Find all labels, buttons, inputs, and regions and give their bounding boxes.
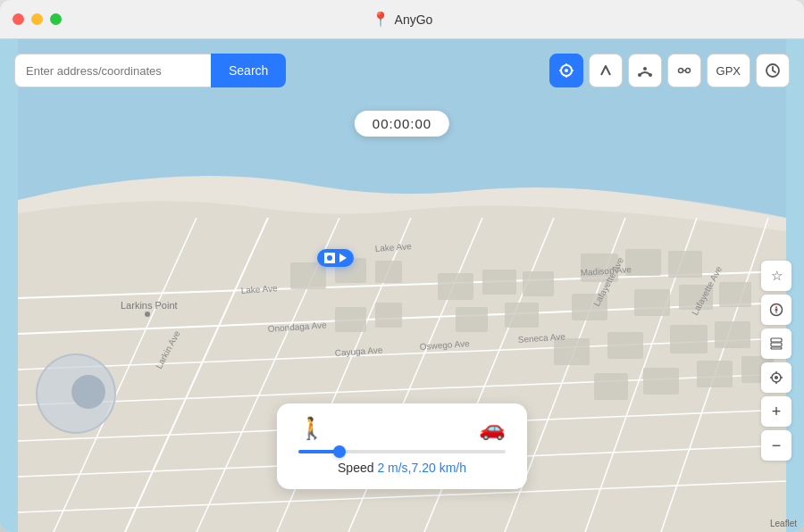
- svg-rect-21: [523, 271, 554, 296]
- app-window: 📍 AnyGo: [0, 0, 804, 532]
- svg-rect-70: [771, 347, 782, 349]
- app-title: AnyGo: [395, 12, 433, 27]
- speed-text: Speed 2 m/s,7.20 km/h: [298, 461, 506, 475]
- close-button[interactable]: [13, 13, 24, 25]
- car-icon: 🚗: [479, 416, 506, 441]
- svg-rect-30: [456, 307, 488, 332]
- titlebar: 📍 AnyGo: [0, 0, 804, 39]
- svg-rect-24: [668, 251, 702, 278]
- svg-rect-35: [607, 332, 643, 359]
- multi-spot-tool-button[interactable]: [667, 54, 701, 87]
- locate-me-button[interactable]: [761, 362, 791, 393]
- gpx-button[interactable]: GPX: [707, 54, 750, 87]
- timer-value: 00:00:00: [373, 116, 431, 131]
- svg-rect-31: [335, 307, 366, 332]
- svg-rect-18: [375, 261, 402, 283]
- svg-rect-33: [670, 325, 708, 353]
- right-toolbar: ☆: [761, 261, 791, 461]
- multipoint-icon: [637, 62, 653, 79]
- svg-point-62: [678, 69, 683, 73]
- joystick[interactable]: [36, 353, 116, 434]
- joystick-outer[interactable]: [36, 353, 116, 434]
- layers-icon: [769, 337, 783, 351]
- svg-rect-69: [771, 343, 782, 346]
- map-layers-button[interactable]: [761, 328, 791, 359]
- multi-spot-icon: [676, 62, 692, 79]
- svg-rect-25: [634, 289, 670, 316]
- toolbar: Search: [14, 54, 790, 87]
- speed-label: Speed: [338, 461, 373, 475]
- location-tool-button[interactable]: [549, 54, 583, 87]
- search-area: Search: [14, 54, 286, 87]
- locate-icon: [769, 370, 783, 385]
- svg-point-54: [565, 69, 568, 72]
- svg-rect-32: [375, 303, 402, 328]
- location-marker: [317, 249, 354, 267]
- svg-point-67: [775, 309, 778, 312]
- route-tool-button[interactable]: [589, 54, 623, 87]
- multipoint-tool-button[interactable]: [628, 54, 662, 87]
- svg-rect-20: [482, 270, 516, 295]
- svg-point-60: [643, 67, 647, 71]
- svg-rect-40: [594, 373, 628, 400]
- minimize-button[interactable]: [31, 13, 43, 25]
- speed-slider-container[interactable]: [298, 450, 506, 453]
- svg-point-52: [145, 312, 150, 317]
- maximize-button[interactable]: [50, 13, 62, 25]
- svg-rect-29: [505, 303, 539, 328]
- route-icon: [598, 62, 614, 79]
- svg-point-72: [775, 376, 778, 379]
- leaflet-attribution: Leaflet: [770, 519, 797, 528]
- speed-icons: 🚶 🚗: [298, 416, 506, 441]
- favorites-button[interactable]: ☆: [761, 261, 791, 291]
- tool-buttons: GPX: [549, 54, 790, 87]
- walk-icon: 🚶: [298, 416, 325, 441]
- speed-slider-track: [298, 450, 506, 453]
- compass-icon: [769, 303, 783, 317]
- crosshair-icon: [558, 62, 574, 79]
- svg-point-61: [649, 73, 652, 77]
- svg-rect-34: [715, 321, 750, 348]
- speed-value: 2 m/s,7.20 km/h: [377, 461, 466, 475]
- svg-text:Larkins Point: Larkins Point: [121, 300, 178, 311]
- history-button[interactable]: [756, 54, 790, 87]
- svg-rect-36: [554, 338, 590, 365]
- speed-panel: 🚶 🚗 Speed 2 m/s,7.20 km/h: [277, 403, 527, 489]
- svg-point-59: [638, 73, 641, 77]
- clock-icon: [765, 62, 781, 79]
- svg-point-63: [685, 69, 690, 73]
- zoom-out-button[interactable]: −: [761, 430, 791, 461]
- svg-rect-27: [719, 282, 751, 307]
- svg-rect-68: [771, 338, 782, 342]
- svg-rect-39: [643, 368, 679, 395]
- map-area[interactable]: Lake Ave Lake Ave Onondaga Ave Cayuga Av…: [0, 39, 804, 532]
- search-input[interactable]: [14, 54, 211, 87]
- timer-badge: 00:00:00: [355, 111, 449, 137]
- svg-rect-19: [438, 273, 473, 300]
- joystick-inner[interactable]: [71, 375, 105, 409]
- compass-button[interactable]: [761, 295, 791, 325]
- zoom-in-button[interactable]: +: [761, 396, 791, 427]
- app-icon: 📍: [372, 11, 389, 28]
- title-content: 📍 AnyGo: [372, 11, 433, 28]
- traffic-lights: [13, 13, 62, 25]
- svg-rect-37: [697, 361, 733, 387]
- speed-slider-thumb[interactable]: [333, 445, 346, 458]
- search-button[interactable]: Search: [211, 54, 286, 87]
